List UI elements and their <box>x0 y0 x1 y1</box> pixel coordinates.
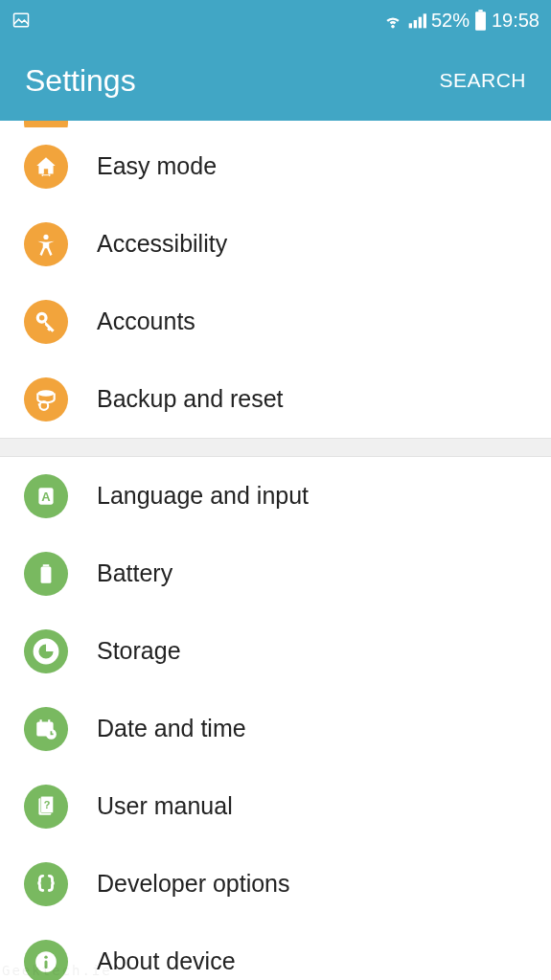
svg-point-9 <box>37 390 54 397</box>
svg-rect-2 <box>414 20 417 28</box>
settings-item-label: User manual <box>97 792 233 820</box>
group-divider <box>0 438 551 457</box>
svg-rect-3 <box>419 17 422 29</box>
settings-item-label: Easy mode <box>97 152 217 180</box>
settings-item-label: Language and input <box>97 482 309 510</box>
app-bar: Settings SEARCH <box>0 40 551 121</box>
settings-item-label: Backup and reset <box>97 385 284 413</box>
svg-rect-0 <box>14 13 29 26</box>
watermark: Geektech.ie <box>2 963 112 978</box>
settings-item-label: Battery <box>97 559 172 587</box>
signal-icon <box>407 11 426 30</box>
svg-rect-13 <box>41 566 52 582</box>
settings-item-label: Storage <box>97 637 181 665</box>
battery-icon <box>474 10 487 31</box>
settings-item-developer-options[interactable]: Developer options <box>0 845 551 923</box>
calendar-clock-icon <box>24 707 68 751</box>
status-right-group: 52% 19:58 <box>383 10 540 32</box>
status-bar: 52% 19:58 <box>0 0 551 40</box>
svg-rect-1 <box>409 23 412 28</box>
home-swap-icon <box>24 145 68 189</box>
settings-item-accounts[interactable]: Accounts <box>0 283 551 360</box>
settings-item-easy-mode[interactable]: Easy mode <box>0 127 551 205</box>
svg-rect-4 <box>424 13 426 28</box>
settings-item-accessibility[interactable]: Accessibility <box>0 205 551 283</box>
settings-item-language-input[interactable]: A Language and input <box>0 457 551 535</box>
key-icon <box>24 300 68 344</box>
clock-time: 19:58 <box>492 10 540 32</box>
svg-point-7 <box>43 234 48 239</box>
braces-icon <box>24 862 68 906</box>
settings-item-label: Accessibility <box>97 230 227 258</box>
svg-point-24 <box>44 955 47 958</box>
svg-rect-18 <box>40 719 42 723</box>
settings-item-label: About device <box>97 947 236 975</box>
wifi-icon <box>383 11 402 30</box>
accessibility-icon <box>24 222 68 266</box>
settings-item-storage[interactable]: Storage <box>0 612 551 690</box>
svg-rect-5 <box>478 10 482 11</box>
backup-icon <box>24 377 68 422</box>
svg-rect-19 <box>48 719 50 723</box>
settings-item-battery[interactable]: Battery <box>0 535 551 612</box>
letter-a-icon: A <box>24 474 68 518</box>
svg-text:?: ? <box>44 799 51 810</box>
settings-item-label: Developer options <box>97 870 290 898</box>
page-title: Settings <box>25 63 136 99</box>
picture-notification-icon <box>11 11 31 30</box>
svg-point-8 <box>37 313 46 322</box>
status-left-group <box>11 11 31 30</box>
settings-item-label: Date and time <box>97 715 246 742</box>
settings-item-date-time[interactable]: Date and time <box>0 690 551 767</box>
search-button[interactable]: SEARCH <box>439 69 526 92</box>
svg-text:A: A <box>41 490 51 504</box>
battery-percent: 52% <box>431 10 470 32</box>
svg-rect-12 <box>43 564 50 566</box>
battery-icon <box>24 552 68 596</box>
prev-item-partial <box>0 121 551 127</box>
settings-list: Easy mode Accessibility Accounts Backup … <box>0 121 551 980</box>
manual-icon: ? <box>24 785 68 829</box>
storage-pie-icon <box>24 629 68 673</box>
settings-item-backup-reset[interactable]: Backup and reset <box>0 360 551 438</box>
settings-item-user-manual[interactable]: ? User manual <box>0 767 551 845</box>
svg-rect-6 <box>475 11 486 31</box>
settings-item-label: Accounts <box>97 308 195 335</box>
